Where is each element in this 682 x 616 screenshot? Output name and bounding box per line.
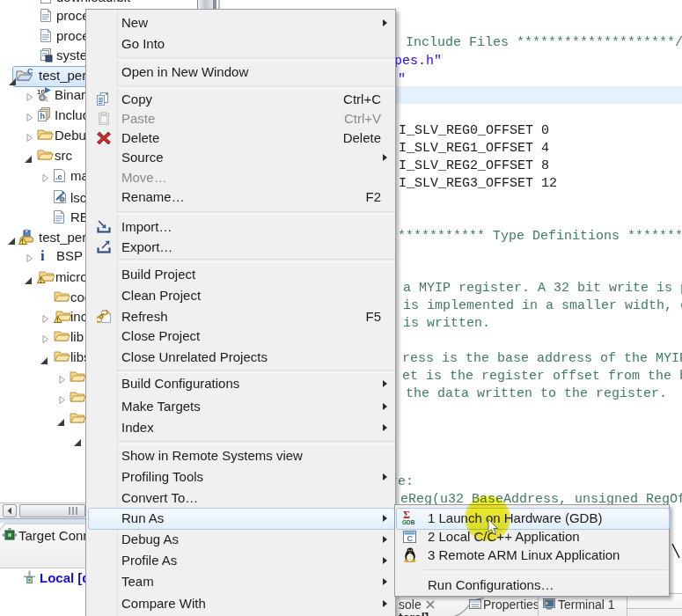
svg-text:!: !	[22, 238, 24, 245]
svg-text:!: !	[56, 317, 58, 323]
svg-text:C: C	[27, 68, 33, 76]
svg-text:1: 1	[45, 96, 48, 102]
svg-text:h: h	[40, 112, 46, 121]
svg-text:.c: .c	[55, 172, 62, 181]
svg-text:i: i	[40, 247, 45, 263]
svg-text:GDB: GDB	[402, 519, 415, 525]
svg-text:C: C	[407, 534, 414, 543]
svg-text:!: !	[40, 277, 41, 283]
